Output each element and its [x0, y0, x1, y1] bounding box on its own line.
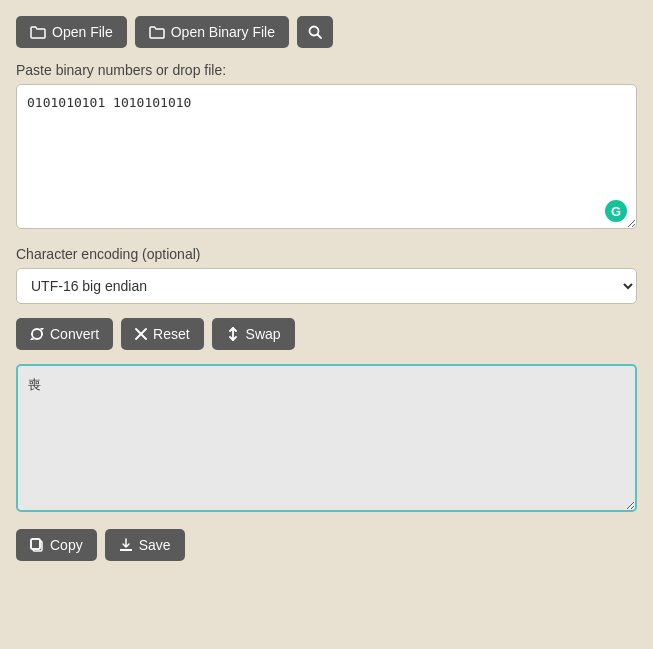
- folder-icon: [30, 25, 46, 39]
- open-binary-file-button[interactable]: Open Binary File: [135, 16, 289, 48]
- output-textarea[interactable]: [16, 364, 637, 512]
- toolbar: Open File Open Binary File: [16, 16, 637, 48]
- swap-button[interactable]: Swap: [212, 318, 295, 350]
- reset-button[interactable]: Reset: [121, 318, 204, 350]
- encoding-section: Character encoding (optional) UTF-8 UTF-…: [16, 246, 637, 318]
- swap-label: Swap: [246, 326, 281, 342]
- open-file-label: Open File: [52, 24, 113, 40]
- input-label: Paste binary numbers or drop file:: [16, 62, 637, 78]
- copy-icon: [30, 538, 44, 552]
- copy-button[interactable]: Copy: [16, 529, 97, 561]
- svg-line-1: [317, 35, 321, 39]
- binary-input[interactable]: [16, 84, 637, 229]
- search-icon: [307, 24, 323, 40]
- convert-button[interactable]: Convert: [16, 318, 113, 350]
- save-button[interactable]: Save: [105, 529, 185, 561]
- search-button[interactable]: [297, 16, 333, 48]
- grammarly-icon[interactable]: G: [605, 200, 627, 222]
- input-section: Paste binary numbers or drop file: G: [16, 62, 637, 232]
- open-binary-file-label: Open Binary File: [171, 24, 275, 40]
- convert-icon: [30, 327, 44, 341]
- action-buttons: Convert Reset Swap: [16, 318, 637, 350]
- encoding-label: Character encoding (optional): [16, 246, 637, 262]
- svg-rect-6: [31, 539, 40, 549]
- swap-icon: [226, 327, 240, 341]
- encoding-select[interactable]: UTF-8 UTF-16 big endian UTF-16 little en…: [16, 268, 637, 304]
- save-label: Save: [139, 537, 171, 553]
- save-icon: [119, 538, 133, 552]
- open-file-button[interactable]: Open File: [16, 16, 127, 48]
- folder-binary-icon: [149, 25, 165, 39]
- reset-label: Reset: [153, 326, 190, 342]
- copy-label: Copy: [50, 537, 83, 553]
- convert-label: Convert: [50, 326, 99, 342]
- app-container: Open File Open Binary File Paste binary …: [0, 0, 653, 649]
- output-section: [16, 364, 637, 529]
- bottom-buttons: Copy Save: [16, 529, 637, 561]
- input-textarea-wrapper: G: [16, 84, 637, 232]
- reset-icon: [135, 328, 147, 340]
